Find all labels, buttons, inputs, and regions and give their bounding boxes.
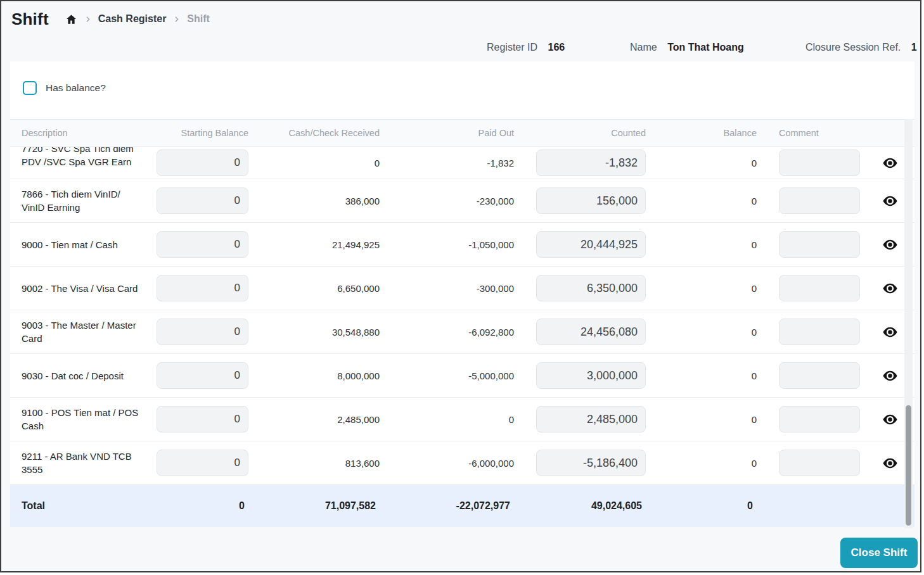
comment-input[interactable]: [779, 319, 860, 345]
eye-icon[interactable]: [883, 196, 897, 206]
counted-input[interactable]: [536, 450, 646, 476]
column-header-counted: Counted: [514, 128, 646, 138]
cash-check-received-value: 6,650,000: [248, 283, 380, 294]
breadcrumb-shift: Shift: [187, 13, 210, 25]
eye-icon[interactable]: [883, 239, 897, 250]
closure-session-ref-value: 1: [911, 42, 917, 53]
has-balance-filter: Has balance?: [23, 81, 106, 95]
total-row: Total 0 71,097,582 -22,072,977 49,024,60…: [10, 485, 914, 527]
eye-icon[interactable]: [883, 158, 897, 168]
balance-value: 0: [646, 283, 757, 294]
counted-input[interactable]: [536, 149, 646, 176]
has-balance-label: Has balance?: [46, 82, 106, 94]
row-description: 9003 - The Master / Master Card: [10, 319, 146, 345]
table-row: 9002 - The Visa / Visa Card 6,650,000 -3…: [10, 267, 914, 310]
table-row: 9030 - Dat coc / Deposit 8,000,000 -5,00…: [10, 354, 914, 398]
table-header: Description Starting Balance Cash/Check …: [10, 119, 914, 147]
balance-value: 0: [646, 327, 757, 338]
breadcrumb-chevron-icon: [84, 15, 92, 23]
table-row: 7720 - SVC Spa Tich diem PDV /SVC Spa VG…: [10, 147, 914, 179]
total-balance: 0: [646, 500, 757, 512]
cash-check-received-value: 21,494,925: [248, 239, 380, 250]
column-header-comment: Comment: [757, 128, 872, 138]
name-label: Name: [630, 42, 657, 53]
page-title: Shift: [11, 9, 49, 29]
paid-out-value: -1,050,000: [380, 239, 514, 250]
comment-input[interactable]: [779, 149, 860, 176]
shift-card: Has balance? Description Starting Balanc…: [10, 61, 914, 527]
register-id-value: 166: [548, 42, 565, 53]
row-description: 9000 - Tien mat / Cash: [10, 238, 146, 251]
starting-balance-input[interactable]: [157, 406, 248, 433]
scrollbar-thumb[interactable]: [906, 405, 911, 526]
cash-check-received-value: 386,000: [248, 196, 380, 206]
starting-balance-input[interactable]: [157, 319, 248, 345]
comment-input[interactable]: [779, 406, 860, 433]
cash-check-received-value: 813,600: [248, 458, 380, 469]
close-shift-button[interactable]: Close Shift: [840, 538, 918, 568]
balance-value: 0: [646, 158, 757, 168]
starting-balance-input[interactable]: [157, 187, 248, 214]
balance-value: 0: [646, 196, 757, 206]
paid-out-value: 0: [380, 414, 514, 425]
session-info-row: Register ID 166 Name Ton That Hoang Clos…: [1, 37, 920, 63]
balance-value: 0: [646, 414, 757, 425]
eye-icon[interactable]: [883, 283, 897, 294]
cash-check-received-value: 2,485,000: [248, 414, 380, 425]
vertical-scrollbar[interactable]: [904, 119, 913, 528]
cash-check-received-value: 0: [248, 158, 380, 168]
balance-value: 0: [646, 458, 757, 469]
comment-input[interactable]: [779, 275, 860, 301]
total-starting-balance: 0: [147, 500, 248, 512]
row-description: 9002 - The Visa / Visa Card: [10, 282, 146, 295]
comment-input[interactable]: [779, 187, 860, 214]
row-description: 9211 - AR Bank VND TCB 3555: [10, 450, 146, 476]
has-balance-checkbox[interactable]: [23, 81, 37, 95]
table-row: 9000 - Tien mat / Cash 21,494,925 -1,050…: [10, 223, 914, 267]
table-row: 9211 - AR Bank VND TCB 3555 813,600 -6,0…: [10, 441, 914, 485]
table-row: 7866 - Tich diem VinID/ VinID Earning 38…: [10, 179, 914, 223]
paid-out-value: -6,000,000: [380, 458, 514, 469]
paid-out-value: -5,000,000: [380, 370, 514, 381]
row-description: 9100 - POS Tien mat / POS Cash: [10, 406, 146, 433]
closure-session-ref-label: Closure Session Ref.: [805, 42, 901, 53]
column-header-description: Description: [10, 128, 147, 138]
counted-input[interactable]: [536, 231, 646, 258]
row-description: 7720 - SVC Spa Tich diem PDV /SVC Spa VG…: [10, 147, 146, 168]
shift-page: Shift Cash Register Shift Register ID 16…: [0, 0, 921, 572]
counted-input[interactable]: [536, 319, 646, 345]
eye-icon[interactable]: [883, 414, 897, 425]
breadcrumb-chevron-icon: [172, 15, 181, 23]
register-id-field: Register ID 166: [487, 42, 565, 53]
column-header-balance: Balance: [646, 128, 757, 138]
name-field: Name Ton That Hoang: [630, 42, 744, 53]
starting-balance-input[interactable]: [157, 362, 248, 389]
counted-input[interactable]: [536, 362, 646, 389]
paid-out-value: -1,832: [380, 158, 514, 168]
starting-balance-input[interactable]: [157, 275, 248, 301]
comment-input[interactable]: [779, 231, 860, 258]
column-header-paid-out: Paid Out: [380, 128, 514, 138]
total-label: Total: [10, 500, 147, 512]
balance-value: 0: [646, 370, 757, 381]
counted-input[interactable]: [536, 275, 646, 301]
starting-balance-input[interactable]: [157, 149, 248, 176]
total-counted: 49,024,605: [514, 500, 646, 512]
total-cash-check-received: 71,097,582: [248, 500, 380, 512]
table-row: 9100 - POS Tien mat / POS Cash 2,485,000…: [10, 398, 914, 441]
comment-input[interactable]: [779, 450, 860, 476]
home-icon[interactable]: [65, 13, 77, 25]
breadcrumb-cash-register[interactable]: Cash Register: [98, 13, 167, 25]
eye-icon[interactable]: [883, 458, 897, 469]
starting-balance-input[interactable]: [157, 450, 248, 476]
eye-icon[interactable]: [883, 327, 897, 338]
comment-input[interactable]: [779, 362, 860, 389]
starting-balance-input[interactable]: [157, 231, 248, 258]
total-paid-out: -22,072,977: [380, 500, 514, 512]
counted-input[interactable]: [536, 406, 646, 433]
paid-out-value: -300,000: [380, 283, 514, 294]
counted-input[interactable]: [536, 187, 646, 214]
eye-icon[interactable]: [883, 370, 897, 381]
balance-value: 0: [646, 239, 757, 250]
row-description: 9030 - Dat coc / Deposit: [10, 369, 146, 382]
